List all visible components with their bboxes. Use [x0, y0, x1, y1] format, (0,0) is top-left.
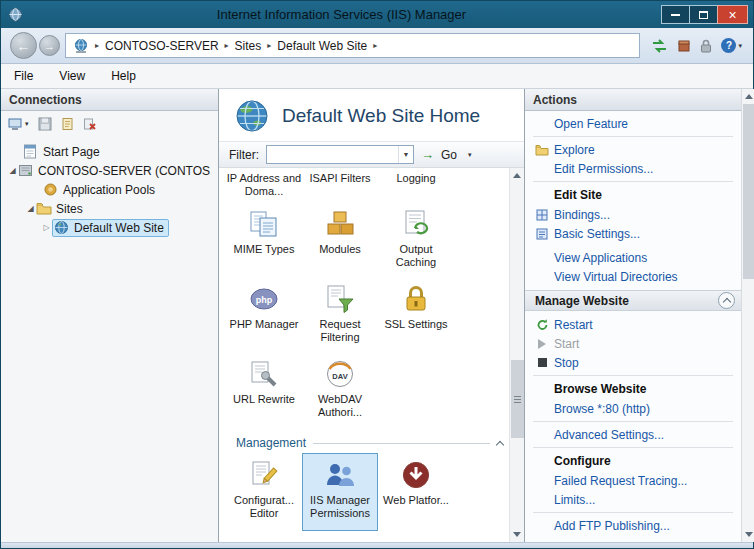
- action-stop[interactable]: Stop: [525, 353, 741, 372]
- action-limits[interactable]: Limits...: [525, 490, 741, 509]
- action-edit-permissions[interactable]: Edit Permissions...: [525, 159, 741, 178]
- delete-connection-icon[interactable]: [83, 117, 97, 131]
- actions-scrollbar[interactable]: [741, 89, 754, 542]
- scroll-down-icon: [745, 532, 753, 537]
- tree-label: Sites: [56, 202, 83, 216]
- filter-combobox[interactable]: ▼: [266, 145, 414, 164]
- nav-toolbar: ? ▾: [645, 38, 744, 53]
- tree-item-start-page[interactable]: Start Page: [1, 142, 218, 161]
- menu-bar: File View Help: [1, 64, 753, 89]
- filter-label: Filter:: [229, 148, 259, 162]
- refresh-arrows-icon[interactable]: [651, 39, 668, 53]
- restart-icon: [535, 318, 549, 331]
- management-divider: [313, 443, 490, 444]
- feature-row-clipped: IP Address and Doma... ISAPI Filters Log…: [226, 170, 509, 202]
- scroll-up-button[interactable]: [741, 89, 754, 104]
- forward-arrow-icon: →: [44, 40, 55, 52]
- start-page-icon: [23, 144, 40, 159]
- feature-output-caching[interactable]: Output Caching: [378, 202, 454, 277]
- breadcrumb-separator[interactable]: ▸: [225, 41, 229, 50]
- feature-php-manager[interactable]: php PHP Manager: [226, 277, 302, 352]
- scroll-down-button[interactable]: [741, 527, 754, 542]
- feature-modules[interactable]: Modules: [302, 202, 378, 277]
- action-label: View Applications: [554, 251, 647, 265]
- feature-mime-types[interactable]: MIME Types: [226, 202, 302, 277]
- feature-iis-manager-permissions[interactable]: IIS Manager Permissions: [302, 453, 378, 531]
- action-view-virtual-directories[interactable]: View Virtual Directories: [525, 267, 741, 286]
- feature-label: Logging: [396, 172, 435, 185]
- features-scrollbar[interactable]: [509, 168, 524, 542]
- action-label: Edit Permissions...: [554, 162, 653, 176]
- scrollbar-thumb[interactable]: [743, 104, 754, 279]
- feature-view-header: Default Web Site Home: [219, 89, 524, 141]
- menu-help[interactable]: Help: [98, 65, 149, 87]
- feature-webdav-authoring[interactable]: DAV WebDAV Authori...: [302, 352, 378, 427]
- action-browse-80[interactable]: Browse *:80 (http): [525, 399, 741, 418]
- site-globe-icon: [73, 38, 89, 54]
- combobox-caret-icon[interactable]: ▼: [398, 146, 413, 163]
- minimize-button[interactable]: [661, 5, 690, 24]
- expander-open-icon[interactable]: ◢: [25, 204, 36, 213]
- collapse-section-icon[interactable]: [496, 440, 504, 448]
- expander-closed-icon[interactable]: ▷: [41, 223, 52, 232]
- scrollbar-thumb[interactable]: [511, 360, 524, 438]
- scroll-up-button[interactable]: [510, 168, 525, 183]
- new-item-icon[interactable]: [61, 117, 74, 131]
- home-globe-icon: [235, 99, 269, 133]
- maximize-button[interactable]: [689, 5, 718, 24]
- action-basic-settings[interactable]: Basic Settings...: [525, 224, 741, 243]
- tree-item-default-web-site[interactable]: ▷ Default Web Site: [1, 218, 218, 237]
- feature-row: php PHP Manager Request Filtering: [226, 277, 509, 352]
- breadcrumb-separator[interactable]: ▸: [267, 41, 271, 50]
- tree-item-sites[interactable]: ◢ Sites: [1, 199, 218, 218]
- action-open-feature[interactable]: Open Feature: [525, 114, 741, 133]
- feature-url-rewrite[interactable]: URL Rewrite: [226, 352, 302, 427]
- help-button[interactable]: ? ▾: [721, 38, 742, 53]
- go-button[interactable]: Go: [441, 148, 457, 162]
- scroll-down-button[interactable]: [510, 527, 525, 542]
- modules-icon: [324, 208, 356, 240]
- feature-label: Configurat... Editor: [226, 494, 302, 520]
- feature-web-platform-installer[interactable]: Web Platfor...: [378, 453, 454, 528]
- application-pools-icon: [43, 182, 60, 197]
- menu-file[interactable]: File: [1, 65, 46, 87]
- tree-item-application-pools[interactable]: Application Pools: [1, 180, 218, 199]
- back-button[interactable]: ←: [10, 32, 37, 59]
- window-title: Internet Information Services (IIS) Mana…: [29, 7, 654, 22]
- create-connection-button[interactable]: ▾: [8, 118, 29, 131]
- save-connections-icon[interactable]: [38, 117, 52, 131]
- show-all-caret-icon[interactable]: ▾: [468, 151, 472, 159]
- package-icon[interactable]: [677, 39, 691, 53]
- feature-ip-address-domain[interactable]: IP Address and Doma...: [226, 170, 302, 202]
- breadcrumb-item-default-web-site[interactable]: Default Web Site: [277, 39, 367, 53]
- menu-view[interactable]: View: [46, 65, 98, 87]
- breadcrumb-item-sites[interactable]: Sites: [235, 39, 262, 53]
- collapse-manage-website-button[interactable]: [718, 292, 735, 309]
- feature-ssl-settings[interactable]: SSL Settings: [378, 277, 454, 352]
- action-restart[interactable]: Restart: [525, 315, 741, 334]
- action-view-applications[interactable]: View Applications: [525, 248, 741, 267]
- close-button[interactable]: ×: [717, 5, 748, 24]
- expander-open-icon[interactable]: ◢: [7, 166, 18, 175]
- selected-tree-item: Default Web Site: [52, 219, 169, 237]
- scroll-down-icon: [513, 532, 521, 537]
- action-explore[interactable]: Explore: [525, 140, 741, 159]
- breadcrumb-item-server[interactable]: CONTOSO-SERVER: [105, 39, 219, 53]
- separator: [533, 512, 733, 513]
- tree-item-server[interactable]: ◢ CONTOSO-SERVER (CONTOS: [1, 161, 218, 180]
- action-add-ftp-publishing[interactable]: Add FTP Publishing...: [525, 516, 741, 535]
- breadcrumb: ▸ CONTOSO-SERVER ▸ Sites ▸ Default Web S…: [65, 33, 640, 58]
- feature-logging[interactable]: Logging: [378, 170, 454, 202]
- action-advanced-settings[interactable]: Advanced Settings...: [525, 425, 741, 444]
- action-bindings[interactable]: Bindings...: [525, 205, 741, 224]
- feature-configuration-editor[interactable]: Configurat... Editor: [226, 453, 302, 528]
- feature-label: PHP Manager: [230, 318, 299, 331]
- feature-request-filtering[interactable]: Request Filtering: [302, 277, 378, 352]
- feature-label: WebDAV Authori...: [302, 393, 378, 419]
- connections-tree: Start Page ◢ CONTOSO-SERVER (CONTOS: [1, 137, 218, 542]
- section-edit-site: Edit Site: [525, 185, 741, 205]
- breadcrumb-separator[interactable]: ▸: [373, 41, 377, 50]
- action-failed-request-tracing[interactable]: Failed Request Tracing...: [525, 471, 741, 490]
- feature-isapi-filters[interactable]: ISAPI Filters: [302, 170, 378, 202]
- forward-button[interactable]: →: [39, 35, 60, 56]
